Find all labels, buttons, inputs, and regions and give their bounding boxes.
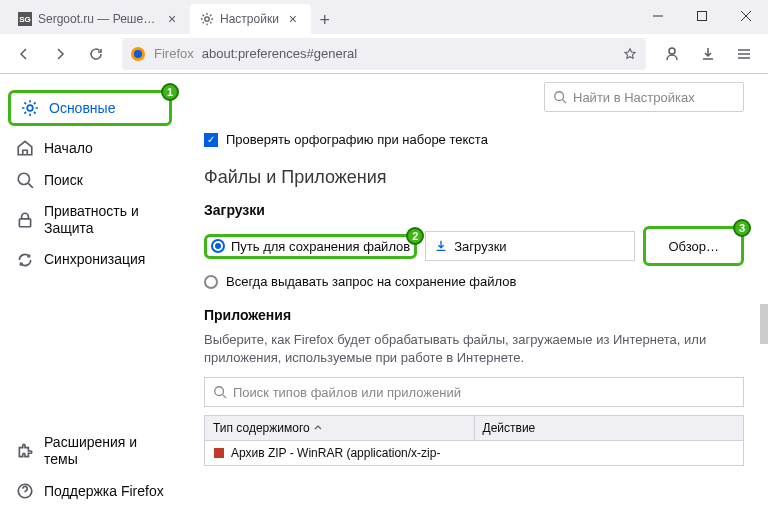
save-path-label: Путь для сохранения файлов <box>231 239 410 254</box>
settings-search-input[interactable]: Найти в Настройках <box>544 82 744 112</box>
close-button[interactable] <box>724 0 768 32</box>
apps-table: Тип содержимого Действие Архив ZIP - Win… <box>204 415 744 466</box>
puzzle-icon <box>16 442 34 460</box>
home-icon <box>16 139 34 157</box>
save-path-radio[interactable]: Путь для сохранения файлов <box>211 239 410 254</box>
tab-sergoot[interactable]: SG Sergoot.ru — Решение ваши × <box>8 4 190 34</box>
highlight-1: Основные 1 <box>8 90 172 126</box>
highlight-2: Путь для сохранения файлов 2 <box>204 234 417 259</box>
svg-rect-2 <box>698 12 707 21</box>
svg-point-16 <box>555 92 564 101</box>
badge-2: 2 <box>406 227 424 245</box>
sidebar-label: Расширения и темы <box>44 434 164 468</box>
file-icon <box>213 447 225 459</box>
download-icon <box>434 239 448 253</box>
urlbar-address: about:preferences#general <box>202 46 614 61</box>
th-content-type[interactable]: Тип содержимого <box>205 416 475 440</box>
download-folder-label: Загрузки <box>454 239 506 254</box>
browse-button[interactable]: Обзор… <box>650 231 737 261</box>
spellcheck-label: Проверять орфографию при наборе текста <box>226 132 488 147</box>
menu-button[interactable] <box>728 38 760 70</box>
minimize-button[interactable] <box>636 0 680 32</box>
svg-point-6 <box>134 50 142 58</box>
sidebar-item-privacy[interactable]: Приватность и Защита <box>0 196 180 244</box>
badge-1: 1 <box>161 83 179 101</box>
sidebar-item-home[interactable]: Начало <box>0 132 180 164</box>
search-icon <box>553 90 567 104</box>
svg-point-11 <box>27 105 33 111</box>
svg-point-12 <box>18 173 29 184</box>
download-folder-field[interactable]: Загрузки <box>425 231 635 261</box>
highlight-3: Обзор… 3 <box>643 226 744 266</box>
download-path-row: Путь для сохранения файлов 2 Загрузки Об… <box>204 226 744 266</box>
tab-label: Sergoot.ru — Решение ваши <box>38 12 158 26</box>
bookmark-icon[interactable] <box>622 46 638 62</box>
table-header: Тип содержимого Действие <box>205 416 743 441</box>
sidebar-label: Поддержка Firefox <box>44 483 164 500</box>
always-ask-radio[interactable]: Всегда выдавать запрос на сохранение фай… <box>204 274 744 289</box>
search-icon <box>16 171 34 189</box>
svg-point-7 <box>669 48 675 54</box>
sidebar-item-search[interactable]: Поиск <box>0 164 180 196</box>
always-ask-label: Всегда выдавать запрос на сохранение фай… <box>226 274 516 289</box>
settings-content: Основные 1 Начало Поиск Приватность и За… <box>0 74 768 523</box>
lock-icon <box>16 211 34 229</box>
sidebar-label: Поиск <box>44 172 83 189</box>
maximize-button[interactable] <box>680 0 724 32</box>
table-row[interactable]: Архив ZIP - WinRAR (application/x-zip- <box>205 441 743 465</box>
browser-tabstrip: SG Sergoot.ru — Решение ваши × Настройки… <box>0 0 768 34</box>
settings-sidebar: Основные 1 Начало Поиск Приватность и За… <box>0 74 180 523</box>
svg-point-0 <box>205 17 209 21</box>
sort-icon <box>314 424 322 432</box>
firefox-icon <box>130 46 146 62</box>
back-button[interactable] <box>8 38 40 70</box>
tab-label: Настройки <box>220 12 279 26</box>
favicon-sg: SG <box>18 12 32 26</box>
sidebar-item-addons[interactable]: Расширения и темы <box>0 427 180 475</box>
apps-filter-placeholder: Поиск типов файлов или приложений <box>233 385 461 400</box>
svg-rect-20 <box>214 448 224 458</box>
sidebar-label: Основные <box>49 100 115 117</box>
search-icon <box>213 385 227 399</box>
downloads-button[interactable] <box>692 38 724 70</box>
url-bar[interactable]: Firefox about:preferences#general <box>122 38 646 70</box>
gear-icon <box>200 12 214 26</box>
sidebar-label: Синхронизация <box>44 251 145 268</box>
scrollbar[interactable] <box>760 304 768 344</box>
apps-description: Выберите, как Firefox будет обрабатывать… <box>204 331 744 367</box>
settings-main: Найти в Настройках Форматирования даты, … <box>180 74 768 523</box>
search-placeholder: Найти в Настройках <box>573 90 695 105</box>
svg-rect-14 <box>19 219 30 227</box>
browser-toolbar: Firefox about:preferences#general <box>0 34 768 74</box>
downloads-heading: Загрузки <box>204 202 744 218</box>
new-tab-button[interactable]: + <box>311 6 339 34</box>
account-button[interactable] <box>656 38 688 70</box>
window-controls <box>636 0 768 32</box>
checkbox-checked-icon[interactable]: ✓ <box>204 133 218 147</box>
radio-checked-icon[interactable] <box>211 239 225 253</box>
urlbar-prefix: Firefox <box>154 46 194 61</box>
files-apps-heading: Файлы и Приложения <box>204 167 744 188</box>
help-icon <box>16 482 34 500</box>
reload-button[interactable] <box>80 38 112 70</box>
gear-icon <box>21 99 39 117</box>
sidebar-label: Начало <box>44 140 93 157</box>
sidebar-item-sync[interactable]: Синхронизация <box>0 244 180 276</box>
radio-unchecked-icon[interactable] <box>204 275 218 289</box>
sync-icon <box>16 251 34 269</box>
spellcheck-option[interactable]: ✓ Проверять орфографию при наборе текста <box>204 132 744 147</box>
sidebar-item-general[interactable]: Основные <box>15 95 121 121</box>
tab-settings[interactable]: Настройки × <box>190 4 311 34</box>
close-icon[interactable]: × <box>164 11 180 27</box>
forward-button[interactable] <box>44 38 76 70</box>
th-action[interactable]: Действие <box>475 416 744 440</box>
apps-heading: Приложения <box>204 307 744 323</box>
browse-label: Обзор… <box>668 239 719 254</box>
svg-line-17 <box>563 100 567 104</box>
svg-point-18 <box>215 387 224 396</box>
sidebar-item-support[interactable]: Поддержка Firefox <box>0 475 180 507</box>
row-label: Архив ZIP - WinRAR (application/x-zip- <box>231 446 440 460</box>
close-icon[interactable]: × <box>285 11 301 27</box>
apps-filter-input[interactable]: Поиск типов файлов или приложений <box>204 377 744 407</box>
sidebar-label: Приватность и Защита <box>44 203 164 237</box>
